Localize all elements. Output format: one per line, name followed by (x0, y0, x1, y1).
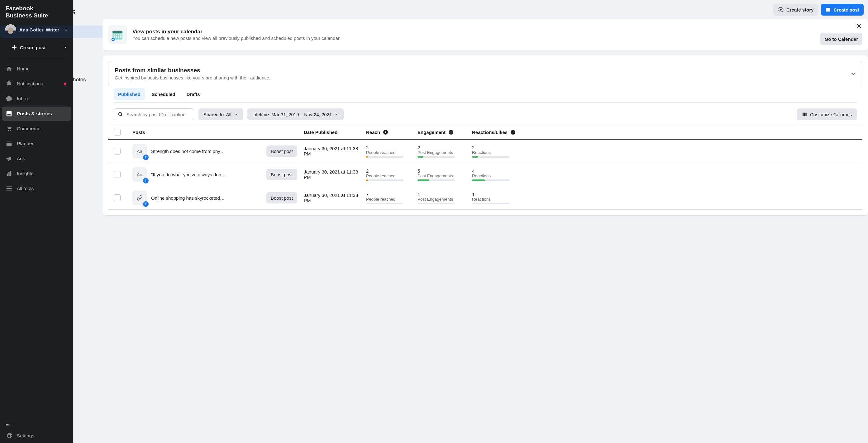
posts-panel: Posts from similar businesses Get inspir… (102, 56, 868, 215)
chart-icon (6, 170, 12, 177)
svg-rect-8 (10, 171, 11, 176)
go-to-calendar-button[interactable]: Go to Calendar (820, 33, 862, 45)
table-row: AafStrength does not come from phy…Boost… (108, 139, 862, 163)
sidebar-item-planner[interactable]: Planner (2, 136, 71, 151)
reach-metric: 2People reached (366, 168, 417, 181)
sidebar-item-insights[interactable]: Insights (2, 166, 71, 181)
post-title[interactable]: Online shopping has skyrocketed … (151, 195, 226, 201)
col-reactions: Reactions/Likesi (472, 130, 527, 135)
close-icon[interactable] (856, 23, 862, 29)
post-title[interactable]: Strength does not come from phy… (151, 149, 225, 154)
row-checkbox[interactable] (114, 148, 121, 155)
info-icon[interactable]: i (448, 130, 453, 134)
col-reach: Reachi (366, 130, 417, 135)
post-icon (825, 7, 831, 12)
profile-name: Ana Gotter, Writer (19, 27, 61, 32)
svg-rect-5 (6, 141, 12, 143)
create-story-button[interactable]: Create story (773, 4, 818, 15)
chevron-down-icon (851, 71, 856, 76)
svg-rect-12 (827, 10, 829, 10)
reach-metric: 2People reached (366, 145, 417, 158)
menu-icon (6, 185, 12, 192)
date-published: January 30, 2021 at 11:38 PM (304, 192, 366, 203)
row-checkbox[interactable] (114, 171, 121, 178)
calendar-banner-subtitle: You can schedule new posts and view all … (132, 35, 341, 41)
sidebar-item-notifications[interactable]: Notifications (2, 76, 71, 91)
posts-icon (6, 110, 12, 117)
tab-drafts[interactable]: Drafts (182, 88, 205, 100)
sidebar-item-inbox[interactable]: Inbox (2, 92, 71, 106)
svg-point-3 (10, 130, 11, 131)
sidebar-item-home[interactable]: Home (2, 62, 71, 76)
boost-post-button[interactable]: Boost post (267, 169, 297, 180)
svg-rect-0 (6, 111, 12, 116)
plus-icon (12, 45, 17, 50)
status-tabs: Published Scheduled Drafts (108, 86, 862, 102)
svg-point-24 (119, 113, 122, 116)
svg-rect-15 (114, 34, 115, 35)
search-input[interactable] (126, 112, 190, 117)
sidebar-item-all-tools[interactable]: All tools (2, 181, 71, 196)
sidebar-item-settings[interactable]: Settings (2, 429, 71, 443)
svg-rect-6 (7, 173, 8, 176)
filter-bar: Shared to: All Lifetime: Mar 31, 2019 – … (108, 108, 862, 125)
table-row: Aaf"If you do what you've always don…Boo… (108, 163, 862, 186)
post-thumbnail: f (132, 191, 147, 205)
edit-section-label: Edit (0, 416, 73, 429)
date-range-filter[interactable]: Lifetime: Mar 31, 2019 – Nov 24, 2021 (247, 108, 344, 120)
info-icon[interactable]: i (383, 130, 388, 134)
chevron-down-icon (64, 28, 68, 32)
engagement-metric: 2Post Engagements (417, 145, 472, 158)
boost-post-button[interactable]: Boost post (267, 192, 297, 203)
boost-post-button[interactable]: Boost post (267, 146, 297, 157)
chevron-down-icon (64, 45, 67, 49)
facebook-badge-icon: f (143, 155, 149, 160)
svg-rect-11 (827, 9, 830, 9)
reach-metric: 7People reached (366, 192, 417, 204)
row-checkbox[interactable] (114, 194, 121, 201)
profile-switcher[interactable]: Ana Gotter, Writer (0, 22, 73, 39)
tab-scheduled[interactable]: Scheduled (147, 88, 180, 100)
svg-rect-25 (803, 113, 804, 116)
search-input-wrapper[interactable] (114, 108, 194, 120)
svg-rect-27 (805, 113, 806, 116)
columns-icon (802, 112, 807, 117)
megaphone-icon (6, 155, 12, 162)
svg-rect-17 (118, 34, 119, 35)
svg-point-2 (8, 130, 9, 131)
engagement-metric: 5Post Engagements (417, 168, 472, 181)
facebook-badge-icon: f (143, 178, 149, 184)
tab-published[interactable]: Published (114, 88, 145, 100)
chat-icon (6, 95, 12, 102)
reactions-metric: 4Reactions (472, 168, 527, 181)
sidebar-create-post[interactable]: Create post (0, 39, 73, 56)
select-all-checkbox[interactable] (114, 129, 121, 135)
col-engagement: Engagementi (417, 130, 472, 135)
post-title[interactable]: "If you do what you've always don… (151, 172, 226, 177)
post-thumbnail: Aaf (132, 144, 147, 158)
calendar-banner: View posts in your calendar You can sche… (102, 19, 868, 51)
facebook-badge-icon: f (143, 201, 149, 207)
topbar: Create story Create post (73, 0, 868, 19)
create-post-button[interactable]: Create post (821, 4, 864, 15)
svg-rect-21 (118, 36, 119, 37)
svg-rect-22 (120, 36, 122, 37)
sidebar-item-posts-stories[interactable]: Posts & stories (2, 106, 71, 121)
sidebar-item-commerce[interactable]: Commerce (2, 122, 71, 136)
date-published: January 30, 2021 at 11:38 PM (304, 169, 366, 180)
sidebar-item-ads[interactable]: Ads (2, 151, 71, 166)
similar-subtitle: Get inspired by posts businesses like yo… (115, 75, 271, 81)
post-thumbnail: Aaf (132, 167, 147, 182)
similar-businesses-card[interactable]: Posts from similar businesses Get inspir… (108, 61, 862, 86)
calendar-icon (6, 140, 12, 147)
info-icon[interactable]: i (510, 130, 515, 134)
engagement-metric: 1Post Engagements (417, 192, 472, 204)
shared-to-filter[interactable]: Shared to: All (198, 108, 243, 120)
main-content: Create story Create post View posts in y… (73, 0, 868, 443)
gear-icon (6, 433, 12, 439)
svg-rect-14 (113, 31, 122, 33)
customize-columns-button[interactable]: Customize Columns (797, 108, 857, 120)
calendar-illustration (108, 25, 127, 44)
calendar-banner-title: View posts in your calendar (132, 29, 341, 35)
svg-rect-19 (114, 36, 115, 37)
